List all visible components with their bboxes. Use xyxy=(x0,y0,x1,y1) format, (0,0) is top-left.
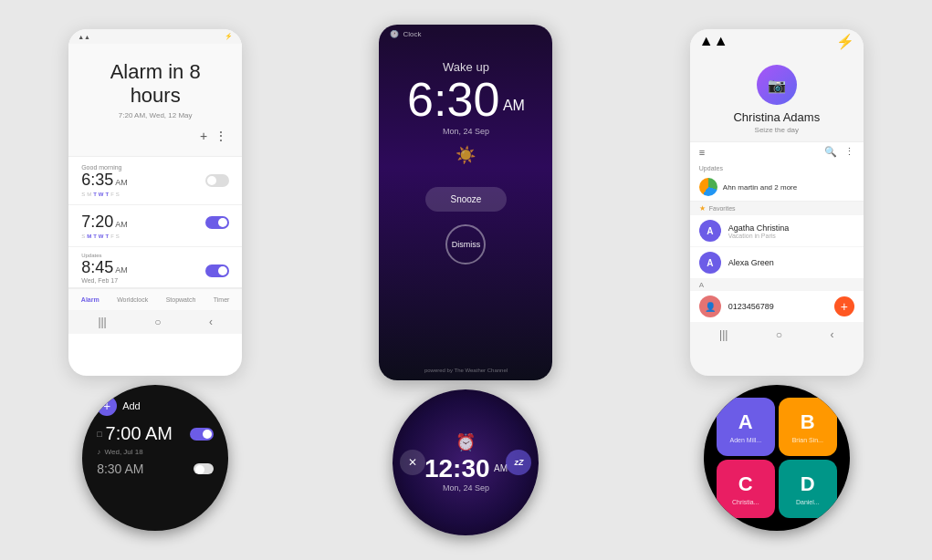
watch-alarm-700: □ 7:00 AM xyxy=(82,420,228,448)
middle-phone: 🕐 Clock Wake up 6:30 AM Mon, 24 Sep ☀️ S… xyxy=(379,25,552,380)
watch-contact-name-aden: Aden Mill... xyxy=(730,437,762,443)
day-m2: M xyxy=(87,233,91,239)
watch-contact-initial-a: A xyxy=(738,410,753,434)
watch-snooze-btn[interactable]: zZ xyxy=(506,450,531,475)
tab-worldclock[interactable]: Worldclock xyxy=(113,295,152,305)
watch-add-icon[interactable]: + xyxy=(97,396,117,416)
day-f: F xyxy=(110,192,114,197)
wake-up-time-display: 6:30 AM xyxy=(379,76,552,123)
alarm-toggle-720[interactable] xyxy=(205,216,229,229)
contact-sub-agatha: Vacation in Paris xyxy=(728,233,790,239)
watch-alarm-toggle-830[interactable] xyxy=(194,463,214,474)
contact-avatar-phone: 👤 xyxy=(699,296,721,317)
day-t1: T xyxy=(93,192,97,197)
watch-contact-aden[interactable]: A Aden Mill... xyxy=(717,398,775,456)
signal-icons: ▲▲ xyxy=(78,34,90,40)
watch-add-label: Add xyxy=(122,400,141,411)
add-contact-button[interactable]: + xyxy=(834,296,854,316)
contact-avatar-agatha: A xyxy=(699,220,721,242)
add-alarm-icon[interactable]: + xyxy=(200,129,207,143)
watch-contact-christina[interactable]: C Christia... xyxy=(717,460,775,518)
watch-contact-daniel[interactable]: D Daniel... xyxy=(779,460,837,518)
alarm-ampm-635: AM xyxy=(115,178,128,187)
star-icon: ★ xyxy=(699,204,706,213)
day-s: S xyxy=(81,192,85,197)
nav-recent[interactable]: ||| xyxy=(98,316,106,328)
alarm-hero-text: Alarm in 8 hours xyxy=(83,60,227,108)
clock-app-icon: 🕐 xyxy=(390,30,399,38)
right-nav-home[interactable]: ○ xyxy=(776,328,782,341)
wakeup-ampm: AM xyxy=(115,265,128,275)
contact-phone-number-text: 0123456789 xyxy=(728,302,774,311)
tab-alarm[interactable]: Alarm xyxy=(78,295,103,305)
right-watch: A Aden Mill... B Brian Sin... C Christia… xyxy=(704,385,850,531)
right-phone: ▲▲ ⚡ 📷 Christina Adams Seize the day ≡ 🔍… xyxy=(690,29,864,376)
snooze-icon: zZ xyxy=(514,458,523,467)
watch-alarm-time-700: 7:00 AM xyxy=(106,423,173,444)
alpha-section-a: A xyxy=(690,279,864,291)
middle-watch: ✕ ⏰ 12:30 AM Mon, 24 Sep zZ xyxy=(393,389,539,535)
contact-alexa[interactable]: A Alexa Green xyxy=(690,247,864,279)
alarm-label-morning: Good morning xyxy=(81,164,229,171)
close-icon: ✕ xyxy=(408,456,417,469)
contact-avatar-alexa: A xyxy=(699,252,721,274)
contact-name-alexa: Alexa Green xyxy=(728,258,774,267)
nav-back[interactable]: ‹ xyxy=(209,316,213,328)
alarm-toggle-635[interactable] xyxy=(205,174,229,187)
wake-up-ampm: AM xyxy=(499,98,525,113)
contact-info-agatha: Agatha Christina Vacation in Paris xyxy=(728,223,790,239)
clock-app-label: Clock xyxy=(403,30,421,38)
wakeup-time: 8:45 xyxy=(81,258,113,277)
search-icon[interactable]: 🔍 xyxy=(824,146,837,158)
contact-phone-number[interactable]: 👤 0123456789 + xyxy=(690,291,864,323)
dismiss-button[interactable]: Dismiss xyxy=(445,224,486,264)
updates-label: Updates xyxy=(699,165,723,171)
left-watch: + Add □ 7:00 AM ♪ Wed, Jul 18 8:30 AM xyxy=(82,385,228,531)
alarm-time-720: 7:20 xyxy=(81,213,113,232)
updates-row[interactable]: Ahn martin and 2 more xyxy=(690,173,864,202)
nav-home[interactable]: ○ xyxy=(154,316,161,328)
contact-name-agatha: Agatha Christina xyxy=(728,223,790,233)
watch-contact-initial-b: B xyxy=(801,410,815,434)
watch-contact-initial-c: C xyxy=(738,472,753,496)
left-phone: ▲▲ ⚡ Alarm in 8 hours 7:20 AM, Wed, 12 M… xyxy=(68,29,242,376)
watch-close-btn[interactable]: ✕ xyxy=(400,450,425,475)
menu-icon[interactable]: ≡ xyxy=(699,147,705,158)
day-m: M xyxy=(87,192,91,197)
alarm-item-635: Good morning 6:35 AM S M T W T F S xyxy=(68,157,242,205)
right-column: ▲▲ ⚡ 📷 Christina Adams Seize the day ≡ 🔍… xyxy=(690,29,864,531)
watch-contact-brian[interactable]: B Brian Sin... xyxy=(779,398,837,456)
watch-alarm-time-830: 8:30 AM xyxy=(97,461,143,476)
right-nav-bar: ||| ○ ‹ xyxy=(690,323,864,347)
watch-alarm-icon: ⏰ xyxy=(456,432,476,452)
right-signal-icons: ▲▲ xyxy=(699,33,728,50)
more-icon[interactable]: ⋮ xyxy=(844,146,854,158)
tab-timer[interactable]: Timer xyxy=(210,295,234,305)
contact-agatha[interactable]: A Agatha Christina Vacation in Paris xyxy=(690,215,864,247)
day-t2: T xyxy=(106,192,110,197)
snooze-button[interactable]: Snooze xyxy=(425,187,508,212)
weather-icon: ☀️ xyxy=(379,145,552,165)
more-options-icon[interactable]: ⋮ xyxy=(215,129,227,143)
watch-contact-initial-d: D xyxy=(801,472,815,496)
add-icon: + xyxy=(841,299,848,314)
day-s2: S xyxy=(116,192,120,197)
alarm-tabs: Alarm Worldclock Stopwatch Timer xyxy=(68,288,242,310)
watch-alarm-toggle-700[interactable] xyxy=(190,428,214,441)
alarm-time-635: 6:35 xyxy=(81,171,113,190)
watch-contact-name-daniel: Daniel... xyxy=(796,499,820,505)
right-nav-back[interactable]: ‹ xyxy=(831,328,834,341)
camera-icon: 📷 xyxy=(768,77,786,94)
updates-header: Updates xyxy=(690,161,864,173)
right-nav-recent[interactable]: ||| xyxy=(719,328,728,341)
contact-info-phone: 0123456789 xyxy=(728,302,774,311)
profile-avatar: 📷 xyxy=(757,65,797,105)
wakeup-toggle[interactable] xyxy=(205,264,229,277)
updates-text: Ahn martin and 2 more xyxy=(723,183,797,192)
day-t4: T xyxy=(106,233,110,239)
wake-up-label: Wake up xyxy=(379,60,552,74)
alarm-ampm-720: AM xyxy=(115,220,128,229)
watch-contact-name-brian: Brian Sin... xyxy=(792,437,823,443)
battery-icon: ⚡ xyxy=(225,33,233,40)
tab-stopwatch[interactable]: Stopwatch xyxy=(162,295,200,305)
